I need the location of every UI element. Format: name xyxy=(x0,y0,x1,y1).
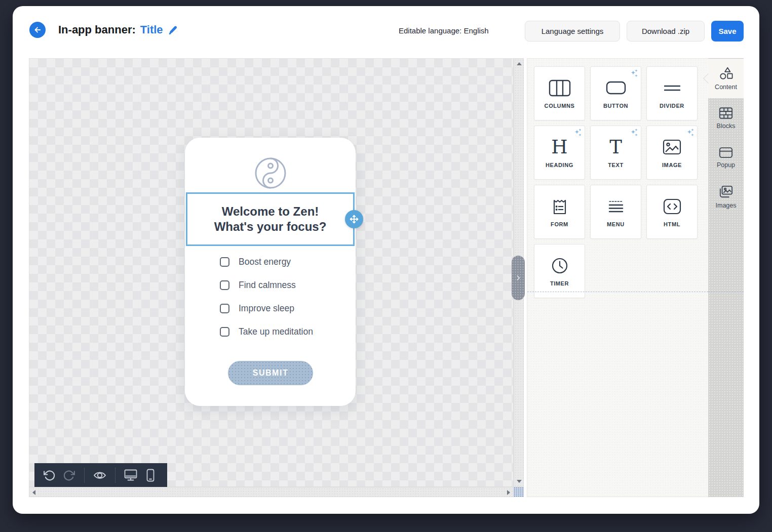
content-tile-columns[interactable]: COLUMNS xyxy=(534,66,585,120)
preview-button[interactable] xyxy=(93,470,107,481)
editable-language-label: Editable language: English xyxy=(399,26,489,35)
content-tile-text[interactable]: T TEXT xyxy=(590,126,641,180)
text-glyph: T xyxy=(609,138,622,157)
checkbox[interactable] xyxy=(220,327,229,337)
ai-sparkle-icon xyxy=(629,128,638,137)
checkbox-label: Boost energy xyxy=(239,257,291,267)
page-title: In-app banner: Title xyxy=(58,22,178,37)
bricks-icon xyxy=(719,107,733,119)
heading-block-selected[interactable]: Welcome to Zen! What's your focus? xyxy=(186,192,355,246)
tile-label: FORM xyxy=(551,221,568,227)
divider-icon xyxy=(663,78,681,98)
checkbox[interactable] xyxy=(220,280,229,290)
checkbox-label: Take up meditation xyxy=(239,326,313,337)
panel-drop-separator xyxy=(527,292,708,292)
banner-heading-line2: What's your focus? xyxy=(214,219,327,234)
scrollbar-corner xyxy=(514,487,524,497)
popup-icon xyxy=(719,147,733,158)
content-tiles-grid: COLUMNS BUTTON xyxy=(534,66,698,298)
tab-label: Blocks xyxy=(717,122,736,130)
yin-yang-icon xyxy=(253,156,288,190)
mobile-icon xyxy=(146,468,155,482)
submit-button[interactable]: SUBMIT xyxy=(228,361,313,385)
desktop-icon xyxy=(124,469,138,482)
checkbox-label: Find calmness xyxy=(239,280,296,291)
image-icon xyxy=(663,138,681,157)
undo-icon xyxy=(43,469,55,482)
tab-content[interactable]: Content xyxy=(708,59,744,98)
content-tile-heading[interactable]: H HEADING xyxy=(534,126,585,180)
download-zip-button[interactable]: Download .zip xyxy=(627,21,705,42)
tile-label: HEADING xyxy=(546,162,573,168)
ai-sparkle-icon xyxy=(573,128,582,137)
undo-button[interactable] xyxy=(43,469,55,482)
toolbar-divider xyxy=(84,468,85,483)
tile-label: COLUMNS xyxy=(545,103,575,109)
scroll-up-arrow-icon[interactable] xyxy=(517,62,522,65)
content-tile-timer[interactable]: TIMER xyxy=(534,244,585,298)
redo-icon xyxy=(63,469,76,482)
checkbox-option[interactable]: Find calmness xyxy=(220,278,313,292)
tile-label: TEXT xyxy=(608,162,624,168)
app-window: In-app banner: Title Editable language: … xyxy=(13,6,759,514)
checkbox-list: Boost energy Find calmness Improve sleep… xyxy=(220,255,313,348)
scroll-down-arrow-icon[interactable] xyxy=(517,480,522,483)
editor-canvas: Welcome to Zen! What's your focus? xyxy=(29,58,524,497)
horizontal-scrollbar[interactable] xyxy=(29,487,514,497)
tab-popup[interactable]: Popup xyxy=(708,138,744,177)
tile-label: DIVIDER xyxy=(660,103,684,109)
heading-glyph: H xyxy=(551,138,567,157)
checkbox[interactable] xyxy=(220,257,229,267)
tab-blocks[interactable]: Blocks xyxy=(708,98,744,138)
button-icon xyxy=(606,78,626,98)
images-icon xyxy=(719,185,733,199)
content-tile-html[interactable]: HTML xyxy=(646,185,698,239)
tile-label: HTML xyxy=(664,221,680,227)
desktop-view-button[interactable] xyxy=(124,469,138,482)
arrow-left-icon xyxy=(33,25,42,34)
language-settings-button[interactable]: Language settings xyxy=(525,21,620,42)
mobile-view-button[interactable] xyxy=(146,468,155,482)
content-tile-menu[interactable]: MENU xyxy=(590,185,641,239)
ai-sparkle-icon xyxy=(629,69,638,78)
content-panel: COLUMNS BUTTON xyxy=(527,58,708,497)
edit-title-pencil-icon[interactable] xyxy=(168,25,178,35)
banner-heading-line1: Welcome to Zen! xyxy=(222,204,319,219)
redo-button[interactable] xyxy=(63,469,76,482)
chevron-right-icon xyxy=(515,274,522,281)
checkbox-label: Improve sleep xyxy=(239,303,294,314)
tile-label: TIMER xyxy=(550,280,569,287)
content-tile-button[interactable]: BUTTON xyxy=(590,66,641,120)
html-icon xyxy=(663,197,681,216)
banner-card[interactable]: Welcome to Zen! What's your focus? xyxy=(185,138,356,406)
page-title-prefix: In-app banner: xyxy=(58,23,136,36)
scroll-left-arrow-icon[interactable] xyxy=(32,490,35,495)
tab-images[interactable]: Images xyxy=(708,177,744,217)
shapes-icon xyxy=(719,66,733,80)
tile-label: IMAGE xyxy=(662,162,682,168)
rail-drop-separator xyxy=(708,292,744,292)
content-tile-form[interactable]: FORM xyxy=(534,185,585,239)
checkbox-option[interactable]: Boost energy xyxy=(220,255,313,268)
columns-icon xyxy=(549,78,571,98)
move-handle[interactable] xyxy=(345,210,363,228)
panel-collapse-handle[interactable] xyxy=(512,256,525,300)
checkbox[interactable] xyxy=(220,304,229,313)
toolbar-divider-dotted xyxy=(115,468,115,483)
timer-icon xyxy=(551,256,568,275)
form-icon xyxy=(552,197,567,216)
scroll-right-arrow-icon[interactable] xyxy=(507,490,510,495)
editor-toolbar xyxy=(34,463,167,487)
tab-label: Content xyxy=(715,84,737,91)
content-tile-image[interactable]: IMAGE xyxy=(646,126,698,180)
checkbox-option[interactable]: Improve sleep xyxy=(220,302,313,315)
heading-icon: H xyxy=(551,138,567,157)
save-button[interactable]: Save xyxy=(711,21,744,42)
preview-eye-icon xyxy=(93,470,107,481)
back-button[interactable] xyxy=(29,22,46,38)
checkbox-option[interactable]: Take up meditation xyxy=(220,325,313,338)
app-background: In-app banner: Title Editable language: … xyxy=(0,0,772,532)
ai-sparkle-icon xyxy=(685,128,694,137)
tile-label: MENU xyxy=(607,221,625,227)
content-tile-divider[interactable]: DIVIDER xyxy=(646,66,698,120)
